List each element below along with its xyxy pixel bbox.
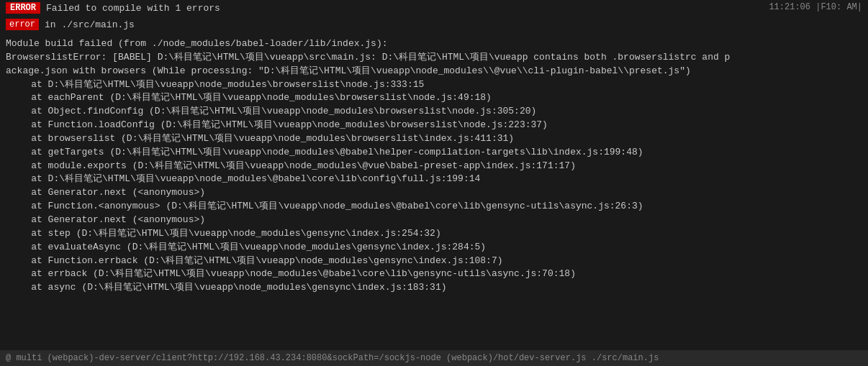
content-line-10: at D:\科目笔记\HTML\项目\vueapp\node_modules\@… (6, 173, 862, 186)
timestamp: 11:21:06 |F10: AM| (769, 2, 862, 12)
content-line-2: ackage.json with browsers (While process… (6, 65, 862, 78)
content-line-17: at errback (D:\科目笔记\HTML\项目\vueapp\node_… (6, 267, 862, 281)
error-bar: ERROR Failed to compile with 1 errors 11… (0, 0, 868, 16)
error-title: Failed to compile with 1 errors (46, 3, 220, 14)
content-line-15: at evaluateAsync (D:\科目笔记\HTML\项目\vueapp… (6, 241, 862, 255)
content-line-13: at Generator.next (<anonymous>) (6, 214, 862, 227)
content-line-5: at Object.findConfig (D:\科目笔记\HTML\项目\vu… (6, 105, 862, 119)
content-line-8: at getTargets (D:\科目笔记\HTML\项目\vueapp\no… (6, 146, 862, 160)
bottom-bar: @ multi (webpack)-dev-server/client?http… (0, 350, 868, 366)
content-line-16: at Function.errback (D:\科目笔记\HTML\项目\vue… (6, 255, 862, 268)
error-label: error (6, 19, 39, 30)
error-file-path: in ./src/main.js (45, 19, 135, 30)
content-line-18: at async (D:\科目笔记\HTML\项目\vueapp\node_mo… (6, 281, 862, 295)
content-line-9: at module.exports (D:\科目笔记\HTML\项目\vueap… (6, 160, 862, 173)
error-badge: ERROR (6, 2, 40, 14)
error-file-bar: error in ./src/main.js (0, 16, 868, 33)
content-line-0: Module build failed (from ./node_modules… (6, 37, 862, 51)
terminal: ERROR Failed to compile with 1 errors 11… (0, 0, 868, 366)
content-line-6: at Function.loadConfig (D:\科目笔记\HTML\项目\… (6, 119, 862, 132)
content-line-1: BrowserslistError: [BABEL] D:\科目笔记\HTML\… (6, 51, 862, 65)
content-line-3: at D:\科目笔记\HTML\项目\vueapp\node_modules\b… (6, 78, 862, 92)
content-area: Module build failed (from ./node_modules… (0, 33, 868, 299)
content-line-12: at Function.<anonymous> (D:\科目笔记\HTML\项目… (6, 200, 862, 214)
content-line-4: at eachParent (D:\科目笔记\HTML\项目\vueapp\no… (6, 91, 862, 105)
content-line-14: at step (D:\科目笔记\HTML\项目\vueapp\node_mod… (6, 227, 862, 241)
content-line-7: at browserslist (D:\科目笔记\HTML\项目\vueapp\… (6, 132, 862, 146)
content-line-11: at Generator.next (<anonymous>) (6, 186, 862, 200)
